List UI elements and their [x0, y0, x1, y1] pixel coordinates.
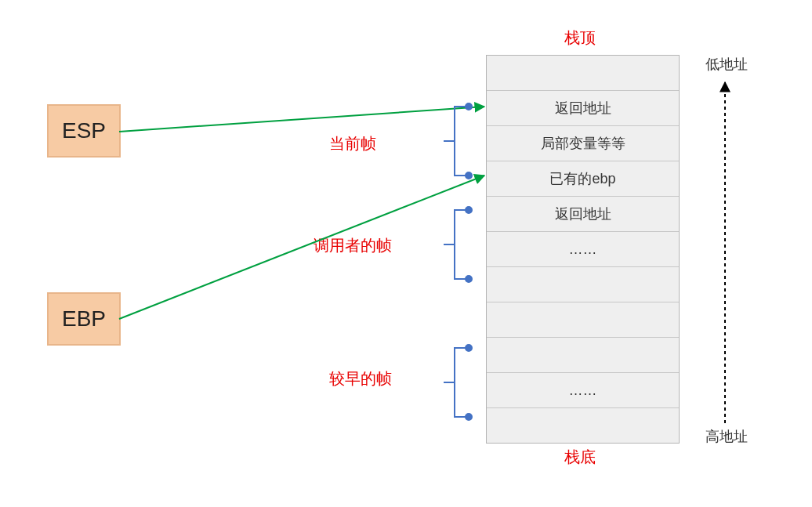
stack-container: 返回地址 局部变量等等 已有的ebp 返回地址 …… …… [486, 55, 680, 444]
bracket-caller-frame [444, 207, 472, 282]
stack-cell-text: …… [569, 382, 597, 399]
stack-bottom-label: 栈底 [564, 447, 596, 468]
stack-cell: …… [487, 372, 679, 407]
ebp-register-box: EBP [47, 292, 121, 346]
ebp-arrow [119, 176, 484, 319]
stack-cell [487, 337, 679, 372]
esp-arrow [119, 107, 484, 132]
svg-point-0 [466, 103, 472, 110]
stack-cell: 返回地址 [487, 90, 679, 125]
bracket-earlier-frame [444, 345, 472, 420]
stack-cell [487, 302, 679, 337]
stack-cell: 局部变量等等 [487, 125, 679, 161]
stack-cell [487, 56, 679, 90]
svg-point-4 [466, 345, 472, 351]
stack-cell [487, 266, 679, 302]
stack-cell: 已有的ebp [487, 161, 679, 196]
svg-point-5 [466, 414, 472, 420]
high-address-label: 高地址 [705, 427, 748, 446]
stack-cell [487, 407, 679, 443]
esp-register-box: ESP [47, 104, 121, 158]
bracket-current-frame [444, 103, 472, 179]
stack-cell: …… [487, 231, 679, 266]
low-address-label: 低地址 [705, 55, 748, 74]
stack-cell-text: 返回地址 [555, 99, 611, 118]
stack-cell-text: 局部变量等等 [541, 134, 625, 153]
current-frame-label: 当前帧 [329, 133, 376, 154]
stack-cell-text: 已有的ebp [549, 169, 615, 188]
caller-frame-label: 调用者的帧 [314, 235, 392, 256]
stack-top-label: 栈顶 [564, 27, 596, 49]
ebp-label: EBP [62, 306, 106, 331]
svg-point-2 [466, 207, 472, 213]
diagram-canvas: ESP EBP 栈顶 栈底 当前帧 调用者的帧 较早的帧 低地址 高地址 返回地… [0, 0, 812, 507]
esp-label: ESP [62, 118, 106, 143]
stack-cell-text: 返回地址 [555, 205, 611, 223]
earlier-frame-label: 较早的帧 [329, 368, 392, 389]
stack-cell: 返回地址 [487, 196, 679, 231]
svg-point-1 [466, 172, 472, 179]
svg-point-3 [466, 276, 472, 282]
overlay-svg [0, 0, 812, 507]
stack-cell-text: …… [569, 241, 597, 258]
